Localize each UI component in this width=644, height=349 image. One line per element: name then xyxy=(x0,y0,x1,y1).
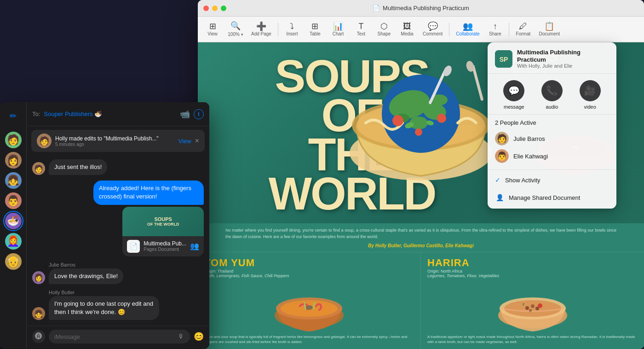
voice-input-icon: 🎙 xyxy=(178,333,184,340)
manage-shared-label: Manage Shared Document xyxy=(509,194,580,201)
collab-actions: 💬 message 📞 audio 🎥 video xyxy=(488,74,616,115)
sidebar-avatar-7[interactable]: 👴 xyxy=(5,253,22,270)
add-page-icon: ➕ xyxy=(256,22,266,30)
collaborate-icon: 👥 xyxy=(463,22,473,30)
text-toolbar-item[interactable]: T Text xyxy=(350,20,372,38)
view-toolbar-item[interactable]: ⊞ View xyxy=(201,20,224,38)
julie-name: Julie Barros xyxy=(513,135,545,142)
video-action-button[interactable]: 🎥 video xyxy=(580,80,601,110)
sidebar-avatar-active[interactable]: 🍜 xyxy=(5,213,22,229)
media-toolbar-item[interactable]: 🖼 Media xyxy=(396,20,418,38)
shape-label: Shape xyxy=(377,31,391,36)
pages-toolbar: ⊞ View 🔍 100% ▾ ➕ Add Page ⤵ Insert ⊞ Ta… xyxy=(198,17,644,42)
media-icon: 🖼 xyxy=(403,22,411,30)
shape-toolbar-item[interactable]: ⬡ Shape xyxy=(373,20,395,38)
notification-banner: 🧑 Holly made edits to "Multimedia Publis… xyxy=(31,130,205,152)
collaborate-toolbar-item[interactable]: 👥 Collaborate xyxy=(452,20,483,38)
app-store-icon[interactable]: 🅐 xyxy=(32,330,45,343)
notif-text: Holly made edits to "Multimedia Publish.… xyxy=(55,135,175,147)
message-action-icon: 💬 xyxy=(503,80,524,101)
message-action-label: message xyxy=(504,104,524,110)
svg-point-32 xyxy=(525,306,529,310)
notification-view-button[interactable]: View xyxy=(178,138,191,145)
messages-list: 🧑 Just sent the illos! Already added! He… xyxy=(27,156,209,326)
share-toolbar-item[interactable]: ↑ Share xyxy=(484,20,506,38)
collaborate-dropdown: SP Multimedia Publishing Practicum With … xyxy=(488,42,616,209)
intro-text: No matter where you find yourself dining… xyxy=(225,227,616,240)
sidebar-avatar-3[interactable]: 👧 xyxy=(5,172,22,189)
zoom-toolbar-item[interactable]: 🔍 100% ▾ xyxy=(224,20,247,39)
svg-point-36 xyxy=(538,303,542,308)
comment-toolbar-item[interactable]: 💬 Comment xyxy=(419,20,446,38)
close-button[interactable] xyxy=(203,6,209,11)
collab-people-section: 2 People Active 🧑 Julie Barros 👨 Elie Ka… xyxy=(488,115,616,170)
format-toolbar-item[interactable]: 🖊 Format xyxy=(512,20,534,38)
emoji-button[interactable]: 😊 xyxy=(194,332,204,342)
text-label: Text xyxy=(357,31,365,36)
insert-toolbar-item[interactable]: ⤵ Insert xyxy=(281,20,303,38)
media-label: Media xyxy=(401,31,413,36)
tom-yum-ingredients: Broth, Lemongrass, Fish Sauce, Chili Pep… xyxy=(204,273,414,278)
recipient-name: Souper Publishers 🍜 xyxy=(44,111,176,117)
author-line: By Holly Butler, Guillermo Castillo, Eli… xyxy=(225,243,616,248)
julie-sender-name: Julie Barros xyxy=(32,262,204,268)
sidebar-avatar-6[interactable]: 👩‍🦰 xyxy=(5,233,22,250)
shape-icon: ⬡ xyxy=(380,22,388,30)
chart-toolbar-item[interactable]: 📊 Chart xyxy=(327,20,349,38)
pages-window: 📄 Multimedia Publishing Practicum ⊞ View… xyxy=(198,0,644,349)
toolbar-separator-1 xyxy=(278,23,278,36)
doc-card-title: Multimedia Pub... xyxy=(144,240,186,247)
add-page-label: Add Page xyxy=(251,31,271,36)
svg-point-26 xyxy=(305,305,313,310)
insert-icon: ⤵ xyxy=(290,22,294,30)
video-action-label: video xyxy=(584,104,596,110)
bubble-1: Just sent the illos! xyxy=(49,159,107,175)
message-action-button[interactable]: 💬 message xyxy=(503,80,524,110)
compose-button[interactable]: ✏ xyxy=(5,108,22,124)
manage-shared-menu-item[interactable]: 👤 Manage Shared Document xyxy=(488,188,616,207)
sidebar-avatar-2[interactable]: 👩 xyxy=(5,152,22,169)
document-toolbar-item[interactable]: 📋 Document xyxy=(535,20,564,38)
document-icon: 📋 xyxy=(544,22,554,30)
chart-icon: 📊 xyxy=(333,22,343,30)
format-icon: 🖊 xyxy=(519,22,527,30)
doc-card-preview-text: SOUPS OF THE WORLD xyxy=(147,216,179,227)
pages-doc-name: Multimedia Publishing Practicum xyxy=(383,5,469,12)
comment-icon: 💬 xyxy=(428,22,438,30)
message-row-4: 👧 I'm going to do one last copy edit and… xyxy=(32,296,204,320)
minimize-button[interactable] xyxy=(212,6,218,11)
message-row-1: 🧑 Just sent the illos! xyxy=(32,159,204,175)
message-input-field[interactable]: iMessage 🎙 xyxy=(49,330,190,343)
doc-card-text: Multimedia Pub... Pages Document xyxy=(144,240,186,252)
elie-memoji: 👨 xyxy=(495,149,509,163)
message-row-3: 👩 Love the drawings, Elie! xyxy=(32,268,204,284)
add-page-toolbar-item[interactable]: ➕ Add Page xyxy=(247,20,275,38)
maximize-button[interactable] xyxy=(221,6,226,11)
manage-shared-icon: 👤 xyxy=(495,193,504,202)
toolbar-separator-3 xyxy=(509,23,509,36)
input-placeholder: iMessage xyxy=(54,333,174,340)
video-call-icon[interactable]: 📹 xyxy=(180,109,190,119)
message-group-3: Julie Barros 👩 Love the drawings, Elie! xyxy=(32,262,204,284)
collab-doc-icon: SP xyxy=(495,50,512,68)
bubble-2: Already added! Here is the (fingers cros… xyxy=(93,180,204,204)
sidebar-avatar-4[interactable]: 👨 xyxy=(5,192,22,209)
format-label: Format xyxy=(516,31,531,36)
show-activity-menu-item[interactable]: ✓ Show Activity xyxy=(488,172,616,188)
toolbar-separator-2 xyxy=(449,23,449,36)
audio-action-button[interactable]: 📞 audio xyxy=(541,80,563,110)
message-group-4: Holly Butler 👧 I'm going to do one last … xyxy=(32,290,204,320)
tom-yum-desc: A hot-and-sour soup that is typically fu… xyxy=(204,334,414,344)
zoom-icon: 🔍 xyxy=(230,22,241,30)
harira-bowl xyxy=(427,281,638,332)
notif-subtitle: 5 minutes ago xyxy=(55,142,175,147)
share-icon: ↑ xyxy=(493,22,497,30)
msg-avatar-holly: 🧑 xyxy=(32,162,45,175)
table-toolbar-item[interactable]: ⊞ Table xyxy=(304,20,326,38)
text-icon: T xyxy=(358,22,363,30)
bubble-3: Love the drawings, Elie! xyxy=(49,268,123,284)
messages-main: To: Souper Publishers 🍜 📹 i 🧑 Holly made… xyxy=(27,102,209,349)
sidebar-avatar-1[interactable]: 🧑 xyxy=(5,132,22,148)
table-icon: ⊞ xyxy=(311,22,318,30)
zoom-label: 100% ▾ xyxy=(228,32,243,37)
